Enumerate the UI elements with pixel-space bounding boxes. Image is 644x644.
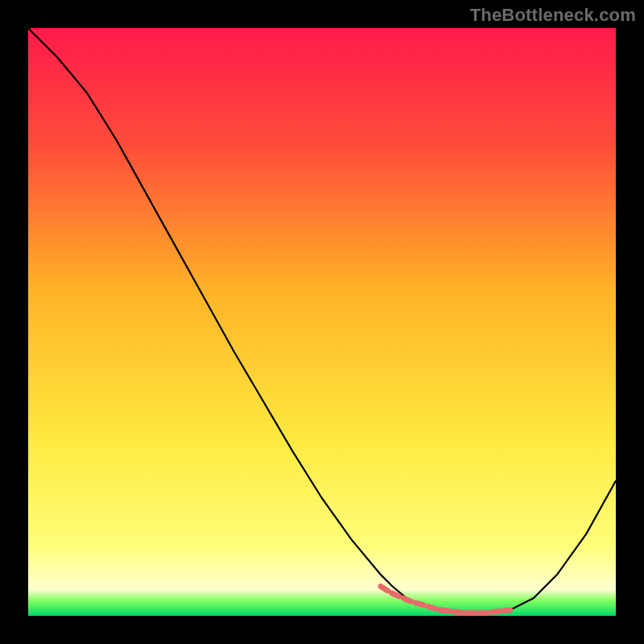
watermark-text: TheBottleneck.com [470, 5, 636, 26]
chart-frame: TheBottleneck.com [0, 0, 644, 644]
gradient-background [28, 28, 616, 616]
plot-area [28, 28, 616, 616]
chart-svg [28, 28, 616, 616]
